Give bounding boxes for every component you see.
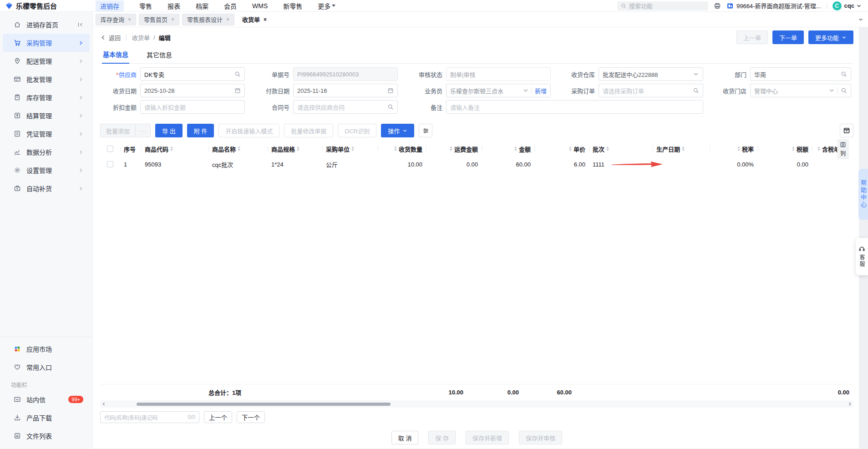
- col-header-batch[interactable]: 批次: [589, 141, 653, 156]
- tab-receipt-doc[interactable]: 收货单×: [237, 14, 272, 25]
- close-icon[interactable]: ×: [264, 16, 267, 23]
- sort-icon[interactable]: [569, 146, 572, 151]
- horizontal-scrollbar[interactable]: [100, 400, 853, 408]
- department-field[interactable]: 华南: [750, 67, 851, 81]
- next-doc-button[interactable]: 下一单: [772, 30, 804, 44]
- speed-input-button[interactable]: 开启极速输入模式: [218, 124, 279, 137]
- batch-add-button[interactable]: 批量添加: [101, 124, 135, 137]
- col-header-qty[interactable]: 收货数量: [378, 141, 426, 156]
- user-name[interactable]: cqc: [844, 2, 854, 9]
- search-icon[interactable]: [387, 104, 394, 110]
- calendar-icon[interactable]: [387, 87, 394, 94]
- sort-icon[interactable]: [170, 146, 173, 151]
- tab-basic-info[interactable]: 基本信息: [102, 50, 129, 64]
- close-icon[interactable]: ×: [128, 16, 131, 23]
- chevron-down-icon[interactable]: [693, 71, 699, 77]
- cell-amount[interactable]: 60.00: [482, 156, 534, 172]
- tab-retail-home[interactable]: 零售首页×: [139, 14, 179, 25]
- search-icon[interactable]: [234, 71, 241, 77]
- tenant-switcher[interactable]: 99664-新界面商超版测试-管理...: [726, 1, 821, 10]
- prev-doc-button[interactable]: 上一单: [736, 30, 768, 44]
- col-header-price[interactable]: 单价: [534, 141, 589, 156]
- nav-item-baobiao[interactable]: 报表: [168, 1, 180, 10]
- col-header-amount[interactable]: 金额: [482, 141, 534, 156]
- collapse-sidebar-icon[interactable]: [77, 21, 83, 28]
- chevron-down-icon[interactable]: [828, 87, 835, 94]
- warehouse-select[interactable]: 批发配送中心222888: [599, 67, 703, 81]
- print-button[interactable]: [714, 2, 721, 10]
- global-search-input[interactable]: 搜索功能: [617, 1, 708, 10]
- save-and-audit-button[interactable]: 保存并审核: [519, 431, 562, 444]
- cell-product-name[interactable]: cqc批次: [208, 156, 268, 172]
- back-button[interactable]: 返回: [100, 33, 121, 42]
- sidebar-item-settlement[interactable]: 结算管理: [3, 106, 90, 125]
- sort-icon[interactable]: [514, 146, 517, 151]
- sidebar-item-favorites[interactable]: 常用入口: [3, 358, 90, 376]
- row-checkbox[interactable]: [107, 161, 113, 167]
- cancel-button[interactable]: 取 消: [391, 431, 419, 444]
- tab-other-info[interactable]: 其它信息: [146, 50, 173, 63]
- remark-input[interactable]: 请输入备注: [446, 100, 703, 114]
- column-settings-button[interactable]: 列: [837, 139, 849, 159]
- find-prev-button[interactable]: 上一个: [204, 411, 232, 423]
- find-next-button[interactable]: 下一个: [237, 411, 265, 423]
- batch-add-more-button[interactable]: ···: [135, 124, 150, 137]
- sidebar-item-wholesale[interactable]: 批发管理: [3, 70, 90, 88]
- col-header-prod-date[interactable]: 生产日期: [653, 141, 710, 156]
- nav-item-huiyuan[interactable]: 会员: [224, 1, 237, 10]
- sidebar-item-app-market[interactable]: 应用市场: [3, 340, 90, 358]
- sort-icon[interactable]: [817, 146, 820, 151]
- discount-input[interactable]: 请输入折扣金额: [140, 100, 245, 114]
- sidebar-item-purchase[interactable]: 采购管理: [3, 34, 90, 52]
- sort-icon[interactable]: [394, 146, 397, 151]
- col-header-product-name[interactable]: 商品名称: [208, 141, 268, 156]
- scroll-right-button[interactable]: [846, 400, 853, 408]
- sidebar-item-delivery[interactable]: 配送管理: [3, 52, 90, 70]
- select-all-checkbox[interactable]: [107, 146, 113, 152]
- col-header-unit[interactable]: 采购单位: [322, 141, 378, 156]
- operate-button[interactable]: 操作: [381, 124, 414, 137]
- help-center-tab[interactable]: 帮助中心: [858, 169, 868, 220]
- attachment-button[interactable]: 附 件: [187, 124, 214, 137]
- col-header-spec[interactable]: 商品规格: [268, 141, 322, 156]
- sidebar-item-inventory[interactable]: 库存管理: [3, 88, 90, 106]
- nav-item-wms[interactable]: WMS: [252, 2, 268, 10]
- customer-service-button[interactable]: 客服: [856, 238, 868, 275]
- tabs-overflow-button[interactable]: [858, 17, 863, 22]
- col-header-tax-rate[interactable]: 税率: [710, 141, 757, 156]
- sort-icon[interactable]: [450, 146, 452, 151]
- sort-icon[interactable]: [606, 146, 609, 151]
- col-header-product-code[interactable]: 商品代码: [141, 141, 208, 156]
- avatar[interactable]: C: [832, 1, 842, 10]
- export-button[interactable]: 导 出: [155, 124, 183, 137]
- save-button[interactable]: 保 存: [428, 431, 456, 444]
- scrollbar-thumb[interactable]: [137, 403, 391, 406]
- sidebar-item-settings[interactable]: 设置管理: [3, 161, 90, 179]
- tab-report-design[interactable]: 零售报表设计×: [182, 14, 234, 25]
- contract-field[interactable]: 请选择供应商合同: [293, 100, 398, 114]
- cell-price[interactable]: 6.00: [534, 156, 589, 172]
- nav-item-more[interactable]: 更多: [318, 1, 335, 10]
- receive-date-picker[interactable]: 2025-10-28: [140, 84, 245, 97]
- sidebar-item-voucher[interactable]: 凭证管理: [3, 125, 90, 143]
- purchase-order-field[interactable]: 请选择采购订单: [599, 84, 703, 97]
- search-icon[interactable]: [841, 87, 847, 94]
- sort-icon[interactable]: [351, 146, 354, 151]
- sidebar-item-analytics[interactable]: 数据分析: [3, 143, 90, 161]
- cell-tax[interactable]: 0.00: [757, 156, 812, 172]
- supplier-field[interactable]: DK专卖: [140, 67, 245, 81]
- chevron-down-icon[interactable]: [523, 87, 529, 94]
- search-icon[interactable]: [693, 87, 699, 94]
- nav-item-jinxiaocun[interactable]: 进销存: [96, 0, 124, 11]
- scroll-left-button[interactable]: [100, 400, 107, 408]
- cell-unit[interactable]: 公斤: [322, 156, 378, 172]
- ocr-button[interactable]: OCR识别: [338, 124, 376, 137]
- sidebar-item-downloads[interactable]: 产品下载: [3, 409, 90, 427]
- table-row[interactable]: 1 95093 cqc批次 1*24 公斤 10.00 0.00 60.00 6…: [100, 156, 853, 172]
- salesman-select[interactable]: 乐檬查尔斯顿三点水新增: [446, 84, 551, 97]
- close-icon[interactable]: ×: [226, 16, 229, 23]
- col-header-freight[interactable]: 运费金额: [426, 141, 482, 156]
- finder-input[interactable]: 代码|名称|条码|速记码 0/0: [100, 411, 199, 423]
- sidebar-item-messages[interactable]: 站内信 99+: [3, 390, 90, 409]
- pay-date-picker[interactable]: 2025-11-16: [293, 84, 398, 97]
